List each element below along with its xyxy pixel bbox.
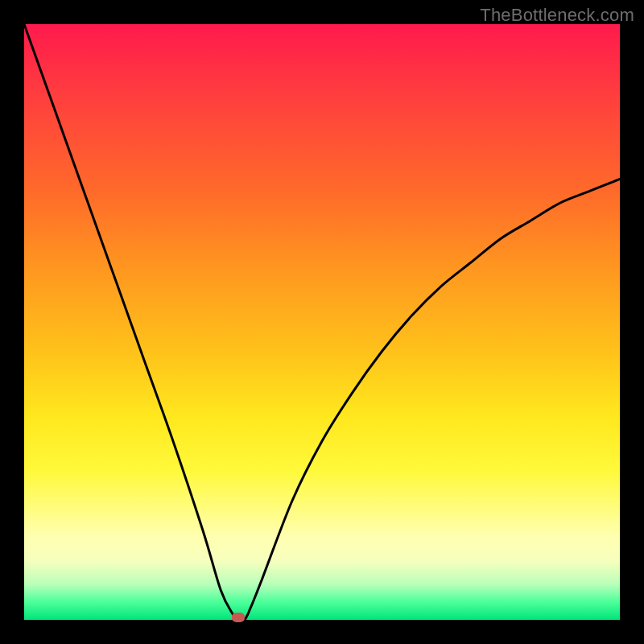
image-frame: TheBottleneck.com [0,0,644,644]
plot-area [24,24,620,620]
minimum-marker [232,613,245,622]
bottleneck-curve [24,24,620,620]
watermark-text: TheBottleneck.com [480,5,634,26]
